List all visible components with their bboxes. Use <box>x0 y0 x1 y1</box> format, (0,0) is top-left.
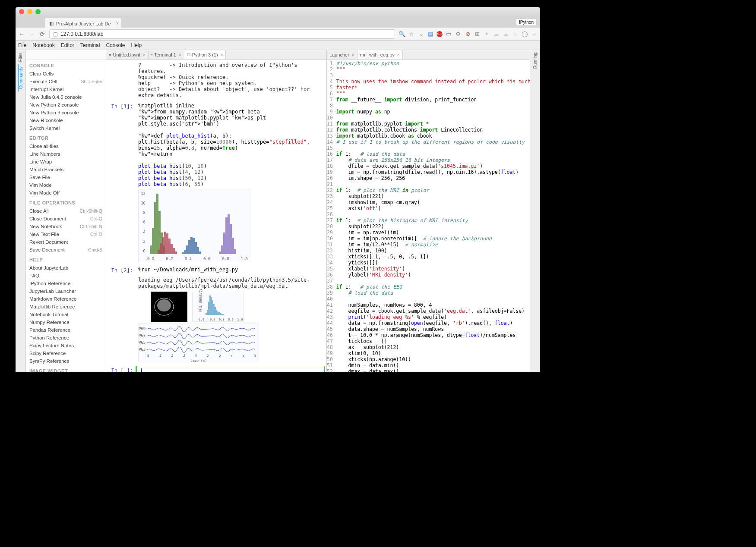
palette-item[interactable]: Scipy Lecture Notes <box>26 342 106 349</box>
palette-item[interactable]: New R console <box>26 116 106 124</box>
adblock-icon[interactable]: ABP <box>437 31 443 37</box>
dock-area: ●Untitled.ipynt×▪Terminal 1×☐Python 3 (1… <box>106 50 530 372</box>
palette-search-input[interactable] <box>26 50 106 60</box>
cloud-icon[interactable]: ☁ <box>493 31 500 38</box>
block-icon[interactable]: ⊘ <box>464 31 471 38</box>
palette-item[interactable]: Pandas Reference <box>26 326 106 334</box>
pane-tab[interactable]: ●Untitled.ipynt× <box>106 50 149 59</box>
palette-item[interactable]: Line Numbers <box>26 150 106 158</box>
palette-item[interactable]: Markdown Reference <box>26 295 106 303</box>
palette-item[interactable]: New Python 3 console <box>26 109 106 116</box>
sidebar-tab-commands[interactable]: Commands <box>18 64 23 91</box>
palette-item[interactable]: Revert Document <box>26 238 106 246</box>
recycle-icon[interactable]: ♻ <box>455 31 462 38</box>
home-icon[interactable]: ⌂ <box>512 31 519 38</box>
cloud2-icon[interactable]: ☁ <box>502 31 509 38</box>
pane-tab[interactable]: mri_with_eeg.py× <box>357 50 403 59</box>
minimize-icon[interactable] <box>27 9 32 14</box>
palette-item[interactable]: Line Wrap <box>26 158 106 166</box>
palette-item[interactable]: IPython Reference <box>26 280 106 287</box>
sidebar-tab-running[interactable]: Running <box>533 50 538 71</box>
palette-item[interactable]: Save DocumentCmd-S <box>26 246 106 254</box>
extension-icons: 🔍 ☆ ⌄ ▤ ABP ▭ ♻ ⊘ ⊞ ✦ ☁ ☁ ⌂ ◯ ≡ <box>399 31 538 38</box>
palette-header: IMAGE WIDGET <box>26 365 106 372</box>
close-icon[interactable]: × <box>352 53 354 57</box>
browser-tab[interactable]: ◧ Pre-Alpha Jupyter Lab De × <box>45 18 121 28</box>
plus-icon[interactable]: ✦ <box>483 31 490 38</box>
reload-icon[interactable]: ⟳ <box>39 31 46 38</box>
close-icon[interactable] <box>19 9 24 14</box>
close-icon[interactable]: × <box>179 53 181 57</box>
url-input[interactable]: ▢ 127.0.0.1:8888/lab <box>49 29 395 39</box>
search-icon[interactable]: 🔍 <box>399 31 405 38</box>
app-menubar: FileNotebookEditorTerminalConsoleHelp <box>16 41 540 50</box>
close-icon[interactable]: × <box>143 53 146 57</box>
palette-item[interactable]: Close DocumentCtrl-Q <box>26 215 106 223</box>
in-prompt: In [ ]: <box>108 366 136 372</box>
palette-item[interactable]: SymPy Reference <box>26 357 106 365</box>
code-content-1: %matplotlib inline"kw">from numpy.random… <box>138 103 322 187</box>
editor-body[interactable]: 1234567891011121314151617181920212223242… <box>327 60 530 372</box>
in-prompt: In [1]: <box>108 102 136 263</box>
right-pane-tabs: Launcher×mri_with_eeg.py× <box>327 50 530 60</box>
pane-tab[interactable]: ▪Terminal 1× <box>149 50 184 59</box>
palette-item[interactable]: Switch Kernel <box>26 124 106 132</box>
extension-badge[interactable]: IPython <box>516 19 537 26</box>
editor-code[interactable]: #!/usr/bin/env python""" This now uses t… <box>335 60 530 372</box>
page-icon: ▢ <box>53 31 58 37</box>
maximize-icon[interactable] <box>35 9 41 14</box>
pane-tab[interactable]: Launcher× <box>327 50 357 59</box>
in-prompt: In [2]: <box>108 266 136 274</box>
palette-item[interactable]: Save File <box>26 173 106 181</box>
palette-item[interactable]: New Python 2 console <box>26 101 106 109</box>
palette-item[interactable]: Close AllCtrl-Shift-Q <box>26 207 106 215</box>
output-cell-2: loading eeg /Users/fperez/usr/conda/lib/… <box>108 276 325 363</box>
menu-help[interactable]: Help <box>131 42 142 48</box>
palette-item[interactable]: New Julia 0.4.5 console <box>26 93 106 101</box>
menu-file[interactable]: File <box>18 42 26 48</box>
palette-item[interactable]: Scipy Reference <box>26 349 106 357</box>
palette-item[interactable]: Numpy Reference <box>26 318 106 326</box>
palette-item[interactable]: Vim Mode Off <box>26 189 106 197</box>
palette-item[interactable]: New NotebookCtrl-Shift-N <box>26 223 106 230</box>
palette-item[interactable]: Close all files <box>26 142 106 150</box>
menu-icon[interactable]: ≡ <box>531 31 538 38</box>
code-input[interactable]: | <box>136 366 325 372</box>
close-icon[interactable]: × <box>397 53 400 57</box>
menu-editor[interactable]: Editor <box>61 42 74 48</box>
command-palette: CONSOLEClear CellsExecute CellShift-Ente… <box>26 50 106 372</box>
menu-terminal[interactable]: Terminal <box>80 42 100 48</box>
palette-item[interactable]: JupyterLab Launcher <box>26 287 106 295</box>
menu-console[interactable]: Console <box>106 42 125 48</box>
palette-item[interactable]: Python Reference <box>26 334 106 342</box>
palette-header: CONSOLE <box>26 60 106 70</box>
address-bar: ← → ⟳ ▢ 127.0.0.1:8888/lab 🔍 ☆ ⌄ ▤ ABP ▭… <box>16 28 540 41</box>
power-icon[interactable]: ◯ <box>521 31 528 38</box>
palette-header: EDITOR <box>26 132 106 142</box>
palette-item[interactable]: Match Brackets <box>26 166 106 173</box>
close-icon[interactable]: × <box>221 53 223 57</box>
palette-item[interactable]: Execute CellShift-Enter <box>26 78 106 85</box>
palette-item[interactable]: New Text FileCtrl-O <box>26 230 106 238</box>
palette-header: HELP <box>26 254 106 264</box>
notes-icon[interactable]: ▤ <box>427 31 434 38</box>
grid-icon[interactable]: ⊞ <box>474 31 481 38</box>
pane-tab[interactable]: ☐Python 3 (1)× <box>184 50 226 59</box>
line-gutter: 1234567891011121314151617181920212223242… <box>327 60 335 372</box>
star-icon[interactable]: ☆ <box>408 31 415 38</box>
palette-item[interactable]: Notebook Tutorial <box>26 311 106 318</box>
palette-item[interactable]: Clear Cells <box>26 70 106 78</box>
palette-item[interactable]: FAQ <box>26 272 106 280</box>
cast-icon[interactable]: ▭ <box>445 31 452 38</box>
back-icon[interactable]: ← <box>18 31 25 38</box>
palette-item[interactable]: Interrupt Kernel <box>26 85 106 93</box>
pocket-icon[interactable]: ⌄ <box>418 31 424 38</box>
palette-item[interactable]: About JupyterLab <box>26 264 106 272</box>
palette-item[interactable]: Vim Mode <box>26 181 106 189</box>
palette-item[interactable]: Matplotlib Reference <box>26 303 106 311</box>
sidebar-tab-files[interactable]: Files <box>18 50 23 64</box>
menu-notebook[interactable]: Notebook <box>32 42 54 48</box>
mri-histogram: MRI density -1.0-0.50.00.51.0 <box>192 292 244 322</box>
stdout-text: loading eeg /Users/fperez/usr/conda/lib/… <box>138 277 322 289</box>
close-icon[interactable]: × <box>116 21 119 26</box>
